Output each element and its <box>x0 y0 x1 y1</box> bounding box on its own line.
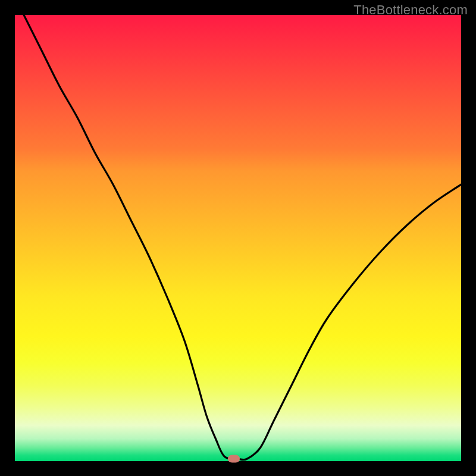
watermark-text: TheBottleneck.com <box>353 2 468 18</box>
plot-area <box>15 15 461 461</box>
bottleneck-curve <box>15 15 461 461</box>
curve-path <box>24 15 461 460</box>
optimal-point-marker <box>228 455 240 463</box>
chart-frame: TheBottleneck.com <box>0 0 476 476</box>
